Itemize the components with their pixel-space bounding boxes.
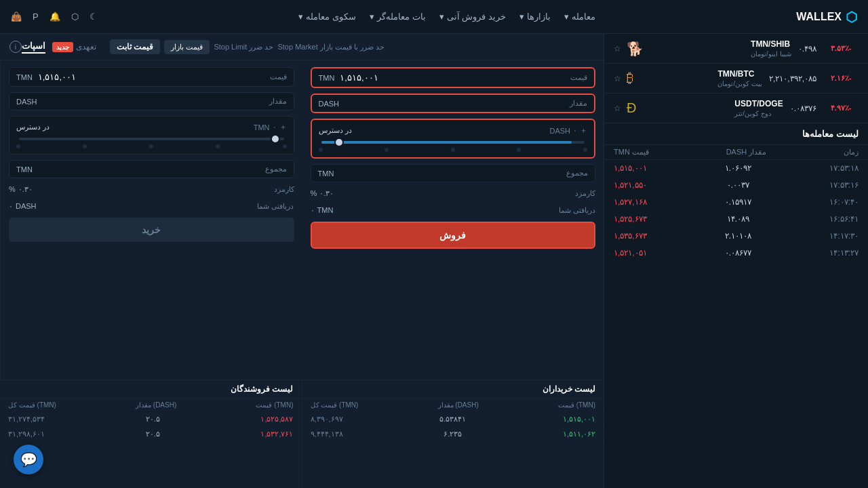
nav-item-markets[interactable]: بازارها ▾ bbox=[519, 12, 551, 22]
pair-item-doge[interactable]: -۴.۹۷٪ ۰.۰۸۳۷۶ USDT/DOGE دوج کوین/تتر Ð … bbox=[604, 94, 868, 123]
theme-toggle-icon[interactable]: ☾ bbox=[90, 12, 98, 22]
sell-receive-value-wrap: TMN ۰ bbox=[311, 206, 334, 215]
info-icon[interactable]: i bbox=[9, 41, 22, 53]
trade-row: ۱۴:۱۷:۳۰ ۲.۱۰۱۰۸ ۱,۵۳۵,۶۷۳ bbox=[604, 228, 868, 245]
bell-icon[interactable]: 🔔 bbox=[50, 12, 60, 22]
trade-price: ۱,۵۲۱,۵۵۰ bbox=[614, 180, 647, 190]
buy-amount-currency: DASH bbox=[16, 98, 37, 106]
star-icon-doge[interactable]: ☆ bbox=[614, 104, 621, 113]
pair-sub-btc: بیت کوین/تومان bbox=[717, 80, 762, 87]
sell-avail-value: ۰ bbox=[573, 126, 577, 135]
trade-price: ۱,۵۲۱,۰۵۱ bbox=[614, 248, 647, 258]
trade-price: ۱,۵۲۵,۶۷۳ bbox=[614, 214, 647, 224]
pair-price-doge: ۰.۰۸۳۷۶ bbox=[790, 104, 816, 113]
trade-time: ۱۶:۵۶:۴۱ bbox=[829, 214, 859, 224]
buy-total-label: مجموع bbox=[265, 165, 287, 174]
sell-receive-currency: TMN bbox=[317, 206, 334, 215]
buy-avail-value: ۰ bbox=[273, 123, 277, 131]
commitment-label: تعهدی bbox=[76, 42, 96, 52]
seller-total: ۳۱,۲۹۸,۶۰۱ bbox=[8, 430, 45, 439]
nav-item-platform[interactable]: سکوی معامله ▾ bbox=[298, 12, 356, 22]
pair-name-shib: TMN/SHIB bbox=[751, 39, 790, 49]
sell-slider-row: ＋ ۰ DASH در دسترس bbox=[311, 119, 596, 159]
buy-price-value-wrap: ۱,۵۱۵,۰۰۱ TMN bbox=[16, 72, 76, 82]
slider-dot bbox=[83, 144, 87, 148]
buyers-row: ۱,۵۱۵,۰۰۱ ۵.۵۳۸۴۱ ۸,۳۹۰,۶۹۷ bbox=[302, 412, 604, 427]
main-content: حد ضرر با قیمت بازار Stop Market حد ضرر … bbox=[0, 34, 604, 488]
slider-dot bbox=[16, 144, 20, 148]
sellers-col-price: (TMN) قیمت bbox=[256, 401, 293, 409]
sell-column: قیمت ۱,۵۱۵,۰۰۱ TMN مقدار DASH bbox=[302, 60, 604, 380]
header-nav: معامله ▾ بازارها ▾ خرید فروش آنی ▾ بات م… bbox=[298, 12, 595, 22]
sell-amount-field[interactable]: مقدار DASH bbox=[311, 94, 596, 113]
nav-label-quick: خرید فروش آنی bbox=[447, 12, 506, 22]
pair-left-doge: USDT/DOGE دوج کوین/تتر bbox=[734, 99, 783, 117]
plus-icon[interactable]: ＋ bbox=[580, 125, 587, 136]
buyer-total: ۸,۳۹۰,۶۹۷ bbox=[311, 415, 343, 424]
sell-button[interactable]: فروش bbox=[311, 222, 596, 249]
sell-fee-suffix: % bbox=[311, 189, 317, 198]
buy-amount-value-wrap: DASH bbox=[16, 98, 43, 106]
buyers-col-amount: (DASH) مقدار bbox=[438, 401, 479, 409]
market-price-tab[interactable]: قیمت بازار bbox=[164, 40, 210, 54]
sell-slider-track[interactable] bbox=[321, 141, 585, 144]
nav-item-trade[interactable]: معامله ▾ bbox=[564, 12, 595, 22]
sell-fee-value-wrap: ۰.۳۰ % bbox=[311, 189, 334, 198]
buy-price-label: قیمت bbox=[270, 73, 287, 81]
buy-slider-track[interactable] bbox=[19, 138, 284, 140]
trade-row: ۱۷:۵۳:۱۶ ۰.۰۰۳۷ ۱,۵۲۱,۵۵۰ bbox=[604, 177, 868, 194]
logo: ⬡ WALLEX bbox=[796, 9, 857, 25]
pair-item-btc[interactable]: -۲.۱۶٪ ۲,۲۱۰,۳۹۲,۰۸۵ TMN/BTC بیت کوین/تو… bbox=[604, 64, 868, 94]
order-forms-area: قیمت ۱,۵۱۵,۰۰۱ TMN مقدار DASH bbox=[0, 60, 604, 380]
new-badge: جدید bbox=[52, 42, 73, 52]
buy-button[interactable]: خرید bbox=[9, 218, 294, 242]
nav-label-markets: بازارها bbox=[527, 12, 551, 22]
pair-coin-icon-shib: 🐕 bbox=[627, 41, 644, 57]
buy-total-field: مجموع TMN bbox=[9, 160, 294, 178]
buy-slider-thumb[interactable] bbox=[271, 134, 280, 144]
sell-slider-dots bbox=[319, 148, 588, 152]
trades-section: لیست معامله‌ها زمان مقدار DASH قیمت TMN … bbox=[604, 123, 868, 488]
sell-price-field[interactable]: قیمت ۱,۵۱۵,۰۰۱ TMN bbox=[311, 67, 596, 88]
user-icon[interactable]: P bbox=[33, 12, 39, 22]
nav-item-quick[interactable]: خرید فروش آنی ▾ bbox=[439, 12, 506, 22]
star-icon-btc[interactable]: ☆ bbox=[614, 74, 621, 83]
bag-icon[interactable]: 👜 bbox=[11, 12, 22, 22]
buy-price-field[interactable]: قیمت ۱,۵۱۵,۰۰۱ TMN bbox=[9, 67, 294, 87]
plus-icon[interactable]: ＋ bbox=[279, 122, 287, 132]
trade-amount: ۰.۰۰۳۷ bbox=[727, 180, 749, 190]
buy-price-currency: TMN bbox=[16, 73, 33, 81]
commitment-tab[interactable]: تعهدی جدید bbox=[52, 42, 96, 52]
sell-slider-thumb[interactable] bbox=[334, 138, 344, 147]
wallet-icon[interactable]: ⬡ bbox=[71, 12, 79, 22]
trade-amount: ۲.۱۰۱۰۸ bbox=[725, 231, 751, 241]
trade-amount: ۱۴.۰۸۹ bbox=[727, 214, 749, 224]
chevron-down-icon: ▾ bbox=[439, 12, 444, 22]
pair-change-shib: -۳.۵۳٪ bbox=[823, 43, 859, 54]
stop-market-tab[interactable]: حد ضرر با قیمت بازار Stop Market bbox=[277, 43, 384, 52]
fixed-price-tab[interactable]: قیمت ثابت bbox=[110, 39, 160, 54]
buy-receive-label: دریافتی شما bbox=[257, 202, 294, 211]
buyers-col-total: (TMN) قیمت کل bbox=[311, 401, 359, 409]
trade-amount: ۰.۱۵۹۱۷ bbox=[725, 197, 751, 207]
trade-price: ۱,۵۲۷,۱۶۸ bbox=[614, 197, 647, 207]
trade-row: ۱۶:۰۷:۴۰ ۰.۱۵۹۱۷ ۱,۵۲۷,۱۶۸ bbox=[604, 194, 868, 211]
seller-price: ۱,۵۳۲,۷۶۱ bbox=[260, 430, 293, 439]
pair-left-btc: TMN/BTC بیت کوین/تومان bbox=[717, 69, 762, 87]
asset-tab[interactable]: اسپات bbox=[22, 41, 45, 54]
stop-limit-tab[interactable]: حد ضرر Stop Limit bbox=[214, 43, 273, 52]
buy-receive-row: دریافتی شما DASH ۰ bbox=[9, 201, 294, 212]
pair-list: -۳.۵۳٪ ۰.۴۹۸ TMN/SHIB شیبا اینو/تومان 🐕 … bbox=[604, 34, 868, 123]
star-icon-shib[interactable]: ☆ bbox=[614, 44, 621, 54]
pair-item-shib[interactable]: -۳.۵۳٪ ۰.۴۹۸ TMN/SHIB شیبا اینو/تومان 🐕 … bbox=[604, 34, 868, 64]
account-tabs: تعهدی جدید اسپات bbox=[22, 41, 96, 54]
chat-button[interactable]: 💬 bbox=[14, 445, 43, 474]
seller-total: ۳۱,۲۷۴,۵۳۴ bbox=[8, 415, 45, 424]
sell-price-value-wrap: ۱,۵۱۵,۰۰۱ TMN bbox=[319, 73, 378, 83]
main-layout: -۳.۵۳٪ ۰.۴۹۸ TMN/SHIB شیبا اینو/تومان 🐕 … bbox=[0, 34, 868, 488]
buy-fee-label: کارمزد bbox=[274, 185, 294, 194]
trade-price: ۱,۵۳۵,۶۷۳ bbox=[614, 231, 647, 241]
buy-amount-field[interactable]: مقدار DASH bbox=[9, 92, 294, 110]
trade-amount: ۰.۰۸۶۷۷ bbox=[725, 248, 751, 258]
nav-item-bot[interactable]: بات معامله‌گر ▾ bbox=[370, 12, 426, 22]
